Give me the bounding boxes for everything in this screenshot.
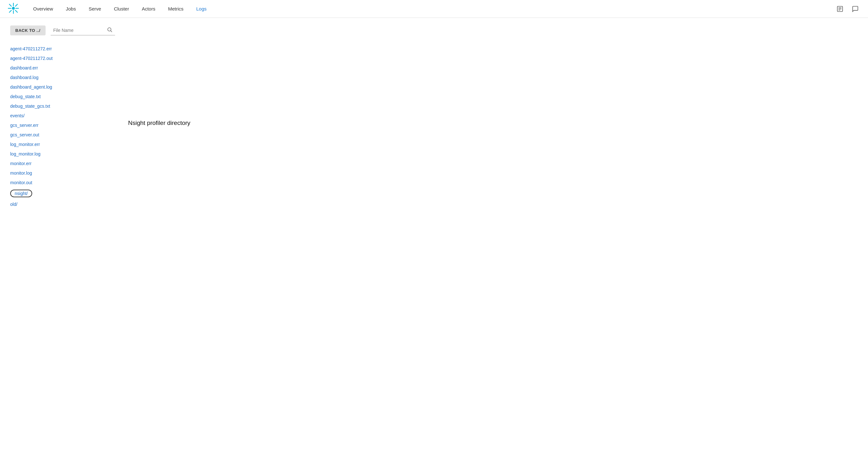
list-item: nsight/ (10, 188, 858, 199)
list-item: monitor.log (10, 168, 858, 178)
search-input[interactable] (53, 28, 104, 33)
list-item: monitor.err (10, 159, 858, 168)
file-link[interactable]: agent-470211272.err (10, 46, 52, 51)
list-item: dashboard_agent.log (10, 83, 858, 91)
list-item: debug_state_gcs.txt (10, 102, 858, 111)
svg-line-14 (111, 31, 112, 32)
file-link[interactable]: events/ (10, 113, 25, 118)
svg-line-6 (15, 10, 17, 12)
file-link[interactable]: log_monitor.err (10, 142, 40, 147)
file-link[interactable]: monitor.out (10, 180, 32, 185)
file-link[interactable]: dashboard.log (10, 75, 38, 80)
file-link[interactable]: old/ (10, 202, 18, 207)
annotation-arrowhead (40, 367, 43, 369)
nav-actors[interactable]: Actors (135, 0, 162, 18)
nav-serve[interactable]: Serve (82, 0, 107, 18)
search-icon (107, 27, 113, 34)
nav-right-icons (835, 4, 860, 14)
svg-line-7 (15, 4, 17, 6)
list-item: agent-470211272.err (10, 44, 858, 53)
nav-overview[interactable]: Overview (27, 0, 60, 18)
list-item: debug_state.txt (10, 92, 858, 101)
list-item: dashboard.err (10, 63, 858, 72)
file-link[interactable]: dashboard.err (10, 65, 38, 70)
file-link[interactable]: agent-470211272.out (10, 56, 53, 61)
annotation-arrow-line (40, 293, 173, 369)
file-link[interactable]: log_monitor.log (10, 151, 40, 156)
chat-icon[interactable] (850, 4, 860, 14)
file-link[interactable]: gcs_server.out (10, 132, 39, 137)
list-item: agent-470211272.out (10, 54, 858, 63)
search-box (51, 26, 115, 35)
file-link[interactable]: monitor.log (10, 170, 32, 176)
svg-point-13 (108, 28, 111, 31)
file-link[interactable]: nsight/ (10, 190, 32, 197)
svg-point-0 (12, 7, 15, 9)
file-link[interactable]: debug_state.txt (10, 94, 41, 99)
file-link[interactable]: dashboard_agent.log (10, 85, 52, 90)
list-item: old/ (10, 200, 858, 209)
back-button[interactable]: BACK TO ../ (10, 26, 45, 35)
file-list: agent-470211272.erragent-470211272.outda… (10, 44, 858, 209)
list-item: log_monitor.log (10, 150, 858, 158)
file-link[interactable]: monitor.err (10, 161, 32, 166)
list-item: gcs_server.err (10, 121, 858, 130)
svg-line-8 (9, 10, 11, 12)
list-item: gcs_server.out (10, 130, 858, 139)
list-item: log_monitor.err (10, 140, 858, 149)
svg-line-5 (9, 4, 11, 6)
nav-cluster[interactable]: Cluster (107, 0, 135, 18)
file-link[interactable]: gcs_server.err (10, 123, 38, 128)
nav-jobs[interactable]: Jobs (60, 0, 83, 18)
toolbar: BACK TO ../ (10, 26, 858, 35)
nav-items: Overview Jobs Serve Cluster Actors Metri… (27, 0, 835, 18)
file-link[interactable]: debug_state_gcs.txt (10, 103, 50, 109)
list-item: monitor.out (10, 178, 858, 187)
ray-logo[interactable] (8, 3, 19, 15)
list-item: dashboard.log (10, 73, 858, 82)
nav-metrics[interactable]: Metrics (161, 0, 190, 18)
list-item: events/ (10, 111, 858, 120)
top-navigation: Overview Jobs Serve Cluster Actors Metri… (0, 0, 868, 18)
docs-icon[interactable] (835, 4, 845, 14)
main-content: BACK TO ../ agent-470211272.erragent-470… (0, 18, 868, 471)
nav-logs[interactable]: Logs (190, 0, 213, 18)
